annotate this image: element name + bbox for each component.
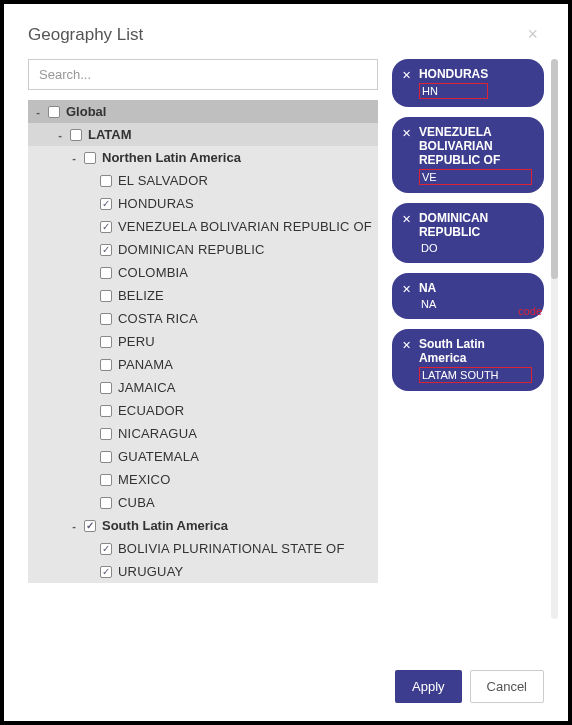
collapse-icon[interactable]: - (34, 106, 42, 118)
selected-chip: ✕ DOMINICAN REPUBLIC DO (392, 203, 544, 263)
scrollbar-thumb[interactable] (551, 59, 558, 279)
modal-header: Geography List × (4, 4, 568, 59)
apply-button[interactable]: Apply (395, 670, 462, 703)
tree-node-item[interactable]: GUATEMALA (28, 445, 378, 468)
checkbox[interactable] (100, 313, 112, 325)
tree-node-item[interactable]: BOLIVIA PLURINATIONAL STATE OF (28, 537, 378, 560)
geography-tree[interactable]: -Global-LATAM-Northen Latin AmericaEL SA… (28, 100, 378, 619)
checkbox[interactable] (84, 520, 96, 532)
tree-node-item[interactable]: JAMAICA (28, 376, 378, 399)
tree-node-item[interactable]: ECUADOR (28, 399, 378, 422)
selected-chip: ✕ HONDURAS HN (392, 59, 544, 107)
tree-node-group[interactable]: -South Latin America (28, 514, 378, 537)
checkbox[interactable] (100, 497, 112, 509)
chip-body: HONDURAS HN (419, 67, 488, 99)
tree-label: EL SALVADOR (118, 173, 208, 188)
tree-label: Global (66, 104, 106, 119)
tree-label: COSTA RICA (118, 311, 198, 326)
tree-node-item[interactable]: COSTA RICA (28, 307, 378, 330)
checkbox[interactable] (100, 451, 112, 463)
search-input[interactable] (28, 59, 378, 90)
checkbox[interactable] (100, 267, 112, 279)
collapse-icon[interactable]: - (70, 520, 78, 532)
tree-node-item[interactable]: PANAMA (28, 353, 378, 376)
cancel-button[interactable]: Cancel (470, 670, 544, 703)
chip-code: DO (419, 241, 532, 255)
chip-name: South Latin America (419, 337, 532, 365)
modal-footer: Apply Cancel (4, 652, 568, 721)
tree-node-item[interactable]: DOMINICAN REPUBLIC (28, 238, 378, 261)
checkbox[interactable] (100, 244, 112, 256)
remove-icon[interactable]: ✕ (402, 67, 411, 82)
chip-code: NA (419, 297, 438, 311)
tree-label: DOMINICAN REPUBLIC (118, 242, 265, 257)
tree-node-item[interactable]: EL SALVADOR (28, 169, 378, 192)
checkbox[interactable] (100, 566, 112, 578)
remove-icon[interactable]: ✕ (402, 125, 411, 140)
tree-label: LATAM (88, 127, 132, 142)
checkbox[interactable] (100, 382, 112, 394)
tree-node-item[interactable]: CUBA (28, 491, 378, 514)
tree-node-item[interactable]: VENEZUELA BOLIVARIAN REPUBLIC OF (28, 215, 378, 238)
tree-label: Northen Latin America (102, 150, 241, 165)
chip-body: VENEZUELA BOLIVARIAN REPUBLIC OF VE (419, 125, 532, 185)
tree-label: PERU (118, 334, 155, 349)
tree-node-latam[interactable]: -LATAM (28, 123, 378, 146)
tree-node-item[interactable]: COLOMBIA (28, 261, 378, 284)
tree-label: South Latin America (102, 518, 228, 533)
checkbox[interactable] (100, 405, 112, 417)
tree-label: NICARAGUA (118, 426, 197, 441)
checkbox[interactable] (70, 129, 82, 141)
tree-label: URUGUAY (118, 564, 183, 579)
chip-name: VENEZUELA BOLIVARIAN REPUBLIC OF (419, 125, 532, 167)
tree-node-item[interactable]: NICARAGUA (28, 422, 378, 445)
checkbox[interactable] (100, 428, 112, 440)
remove-icon[interactable]: ✕ (402, 211, 411, 226)
collapse-icon[interactable]: - (70, 152, 78, 164)
checkbox[interactable] (100, 474, 112, 486)
tree-label: JAMAICA (118, 380, 176, 395)
modal-title: Geography List (28, 25, 143, 45)
chip-code: HN (419, 83, 488, 99)
checkbox[interactable] (100, 198, 112, 210)
checkbox[interactable] (100, 359, 112, 371)
chip-code: LATAM SOUTH (419, 367, 532, 383)
remove-icon[interactable]: ✕ (402, 281, 411, 296)
checkbox[interactable] (100, 221, 112, 233)
tree-node-item[interactable]: BELIZE (28, 284, 378, 307)
checkbox[interactable] (84, 152, 96, 164)
chip-body: South Latin America LATAM SOUTH (419, 337, 532, 383)
chip-name: NA (419, 281, 438, 295)
checkbox[interactable] (100, 543, 112, 555)
selected-chips-panel: ✕ HONDURAS HN ✕ VENEZUELA BOLIVARIAN REP… (392, 59, 544, 619)
tree-node-item[interactable]: MEXICO (28, 468, 378, 491)
tree-node-item[interactable]: URUGUAY (28, 560, 378, 583)
chip-name: DOMINICAN REPUBLIC (419, 211, 532, 239)
tree-node-item[interactable]: PERU (28, 330, 378, 353)
chip-body: DOMINICAN REPUBLIC DO (419, 211, 532, 255)
tree-node-group[interactable]: -Northen Latin America (28, 146, 378, 169)
tree-label: ECUADOR (118, 403, 184, 418)
selected-chip: ✕ South Latin America LATAM SOUTH (392, 329, 544, 391)
tree-label: BELIZE (118, 288, 164, 303)
geography-modal: Geography List × -Global-LATAM-Northen L… (4, 4, 568, 721)
checkbox[interactable] (48, 106, 60, 118)
collapse-icon[interactable]: - (56, 129, 64, 141)
selected-chip: ✕ VENEZUELA BOLIVARIAN REPUBLIC OF VE (392, 117, 544, 193)
chip-code: VE (419, 169, 532, 185)
tree-node-item[interactable]: HONDURAS (28, 192, 378, 215)
tree-label: GUATEMALA (118, 449, 199, 464)
checkbox[interactable] (100, 290, 112, 302)
checkbox[interactable] (100, 175, 112, 187)
remove-icon[interactable]: ✕ (402, 337, 411, 352)
close-icon[interactable]: × (521, 22, 544, 47)
tree-label: BOLIVIA PLURINATIONAL STATE OF (118, 541, 345, 556)
checkbox[interactable] (100, 336, 112, 348)
tree-node-global[interactable]: -Global (28, 100, 378, 123)
scrollbar-track[interactable] (551, 59, 558, 619)
tree-label: VENEZUELA BOLIVARIAN REPUBLIC OF (118, 219, 372, 234)
tree-label: COLOMBIA (118, 265, 188, 280)
tree-label: HONDURAS (118, 196, 194, 211)
chip-body: NA NA (419, 281, 438, 311)
modal-body: -Global-LATAM-Northen Latin AmericaEL SA… (4, 59, 568, 619)
